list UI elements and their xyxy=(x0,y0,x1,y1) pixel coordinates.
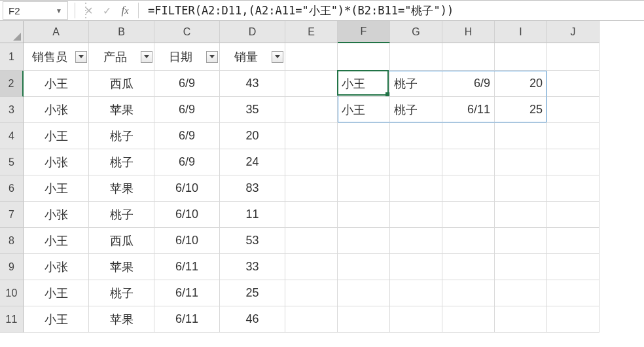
column-header-B[interactable]: B xyxy=(89,21,154,43)
row-header-4[interactable]: 4 xyxy=(0,123,24,149)
cell-G3[interactable]: 桃子 xyxy=(390,97,442,123)
cell-A5[interactable]: 小张 xyxy=(24,149,89,175)
cell-A1[interactable]: 销售员 xyxy=(24,43,89,71)
cell-B5[interactable]: 桃子 xyxy=(89,149,154,175)
cell-I2[interactable]: 20 xyxy=(495,71,547,97)
cell-H3[interactable]: 6/11 xyxy=(442,97,495,123)
cell-A6[interactable]: 小王 xyxy=(24,175,89,202)
cell-D4[interactable]: 20 xyxy=(220,123,285,149)
cell-F8[interactable] xyxy=(338,228,390,254)
cell-G7[interactable] xyxy=(390,202,442,228)
row-header-1[interactable]: 1 xyxy=(0,43,24,71)
cell-A11[interactable]: 小王 xyxy=(24,306,89,333)
name-box[interactable]: F2 ▼ xyxy=(3,1,68,20)
cell-B6[interactable]: 苹果 xyxy=(89,175,154,202)
row-header-3[interactable]: 3 xyxy=(0,97,24,123)
cell-H1[interactable] xyxy=(442,43,495,71)
cell-E11[interactable] xyxy=(285,306,338,333)
row-header-5[interactable]: 5 xyxy=(0,149,24,175)
row-header-2[interactable]: 2 xyxy=(0,71,24,97)
cell-B8[interactable]: 西瓜 xyxy=(89,228,154,254)
cell-B10[interactable]: 桃子 xyxy=(89,280,154,306)
name-box-dropdown-icon[interactable]: ▼ xyxy=(56,7,62,14)
cell-D1[interactable]: 销量 xyxy=(220,43,285,71)
cell-J8[interactable] xyxy=(547,228,599,254)
cell-C11[interactable]: 6/11 xyxy=(154,306,220,333)
cell-F5[interactable] xyxy=(338,149,390,175)
formula-bar-drag-handle[interactable] xyxy=(85,2,88,19)
cell-I7[interactable] xyxy=(495,202,547,228)
row-header-11[interactable]: 11 xyxy=(0,306,24,333)
cell-A3[interactable]: 小张 xyxy=(24,97,89,123)
column-header-J[interactable]: J xyxy=(547,21,599,43)
cell-J9[interactable] xyxy=(547,254,599,280)
cell-J2[interactable] xyxy=(547,71,599,97)
cell-F11[interactable] xyxy=(338,306,390,333)
cell-E7[interactable] xyxy=(285,202,338,228)
cell-C7[interactable]: 6/10 xyxy=(154,202,220,228)
formula-input[interactable]: =FILTER(A2:D11,(A2:A11="小王")*(B2:B11="桃子… xyxy=(143,3,644,18)
cell-H8[interactable] xyxy=(442,228,495,254)
cell-E9[interactable] xyxy=(285,254,338,280)
row-header-8[interactable]: 8 xyxy=(0,228,24,254)
cell-E5[interactable] xyxy=(285,149,338,175)
cell-E2[interactable] xyxy=(285,71,338,97)
column-header-A[interactable]: A xyxy=(24,21,89,43)
cell-C2[interactable]: 6/9 xyxy=(154,71,220,97)
cell-C10[interactable]: 6/11 xyxy=(154,280,220,306)
cell-H9[interactable] xyxy=(442,254,495,280)
cell-J6[interactable] xyxy=(547,175,599,202)
column-header-C[interactable]: C xyxy=(154,21,220,43)
cell-C8[interactable]: 6/10 xyxy=(154,228,220,254)
column-header-H[interactable]: H xyxy=(442,21,495,43)
cell-D3[interactable]: 35 xyxy=(220,97,285,123)
cell-B11[interactable]: 苹果 xyxy=(89,306,154,333)
cell-I11[interactable] xyxy=(495,306,547,333)
cell-A9[interactable]: 小张 xyxy=(24,254,89,280)
column-header-D[interactable]: D xyxy=(220,21,285,43)
cell-I8[interactable] xyxy=(495,228,547,254)
filter-dropdown-icon[interactable] xyxy=(75,51,87,63)
cell-C6[interactable]: 6/10 xyxy=(154,175,220,202)
cell-A2[interactable]: 小王 xyxy=(24,71,89,97)
cell-H2[interactable]: 6/9 xyxy=(442,71,495,97)
cell-G5[interactable] xyxy=(390,149,442,175)
cell-B1[interactable]: 产品 xyxy=(89,43,154,71)
column-header-F[interactable]: F xyxy=(338,21,390,43)
cell-H11[interactable] xyxy=(442,306,495,333)
cell-D5[interactable]: 24 xyxy=(220,149,285,175)
cell-G10[interactable] xyxy=(390,280,442,306)
cell-A10[interactable]: 小王 xyxy=(24,280,89,306)
cell-H10[interactable] xyxy=(442,280,495,306)
cell-E4[interactable] xyxy=(285,123,338,149)
cell-C3[interactable]: 6/9 xyxy=(154,97,220,123)
cell-H7[interactable] xyxy=(442,202,495,228)
row-header-7[interactable]: 7 xyxy=(0,202,24,228)
filter-dropdown-icon[interactable] xyxy=(206,51,218,63)
row-header-6[interactable]: 6 xyxy=(0,175,24,202)
cell-D2[interactable]: 43 xyxy=(220,71,285,97)
cell-J5[interactable] xyxy=(547,149,599,175)
fx-icon[interactable]: fx xyxy=(116,4,134,17)
cell-I6[interactable] xyxy=(495,175,547,202)
cell-C5[interactable]: 6/9 xyxy=(154,149,220,175)
column-header-E[interactable]: E xyxy=(285,21,338,43)
cell-G2[interactable]: 桃子 xyxy=(390,71,442,97)
cell-G11[interactable] xyxy=(390,306,442,333)
cell-G1[interactable] xyxy=(390,43,442,71)
cell-D9[interactable]: 33 xyxy=(220,254,285,280)
cell-B3[interactable]: 苹果 xyxy=(89,97,154,123)
cell-E8[interactable] xyxy=(285,228,338,254)
cell-J7[interactable] xyxy=(547,202,599,228)
cell-F9[interactable] xyxy=(338,254,390,280)
cells-grid[interactable]: 销售员产品日期销量小王西瓜6/943小王桃子6/920小张苹果6/935小王桃子… xyxy=(24,43,644,333)
cell-I10[interactable] xyxy=(495,280,547,306)
filter-dropdown-icon[interactable] xyxy=(141,51,152,63)
cell-D10[interactable]: 25 xyxy=(220,280,285,306)
cell-J4[interactable] xyxy=(547,123,599,149)
cell-D8[interactable]: 53 xyxy=(220,228,285,254)
cell-F7[interactable] xyxy=(338,202,390,228)
cell-H5[interactable] xyxy=(442,149,495,175)
cell-I5[interactable] xyxy=(495,149,547,175)
cell-B7[interactable]: 桃子 xyxy=(89,202,154,228)
